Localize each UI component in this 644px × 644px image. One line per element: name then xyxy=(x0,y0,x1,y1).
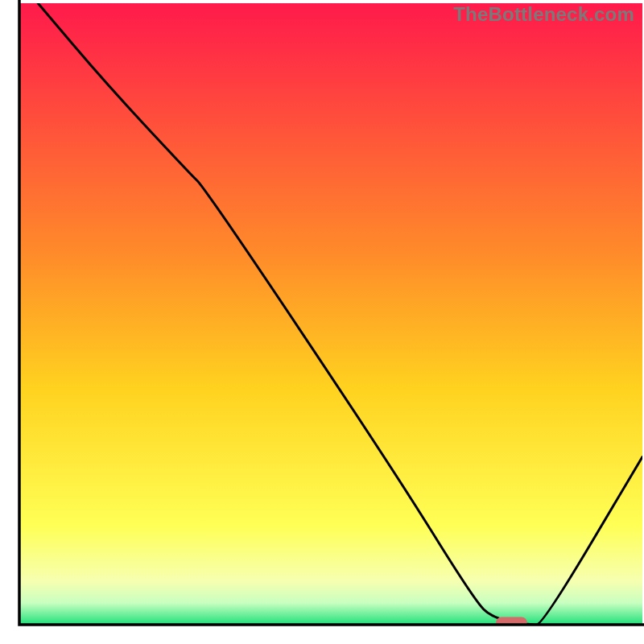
optimal-marker xyxy=(496,617,527,630)
watermark-text: TheBottleneck.com xyxy=(453,3,634,26)
gradient-background xyxy=(19,3,642,625)
chart-plot xyxy=(0,0,644,644)
chart-container: TheBottleneck.com xyxy=(0,0,644,644)
